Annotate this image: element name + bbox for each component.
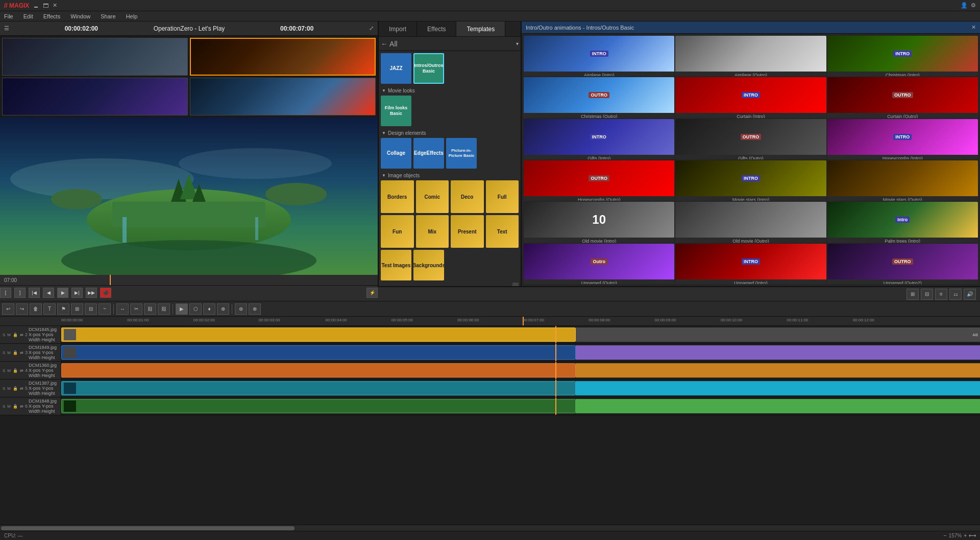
nav-dropdown[interactable]: ▾ xyxy=(516,41,519,46)
scrollbar-horizontal[interactable] xyxy=(0,525,980,531)
track-s-5[interactable]: S xyxy=(2,386,6,391)
split-button[interactable]: ⊟ xyxy=(85,303,97,315)
cat-full[interactable]: Full xyxy=(486,180,519,213)
track-eye-3[interactable]: ⇄ xyxy=(19,350,24,356)
track-lock-2[interactable]: 🔒 xyxy=(12,332,18,338)
record-button[interactable]: ⚫ xyxy=(100,288,111,298)
clip-4[interactable] xyxy=(61,363,576,378)
track-content-4[interactable] xyxy=(61,362,980,379)
templates-close-icon[interactable]: ✕ xyxy=(971,24,976,31)
template-gifts-intro[interactable]: INTRO Gifts (Intro) xyxy=(524,119,674,159)
redo-button[interactable]: ↪ xyxy=(16,303,28,315)
scroll-thumb[interactable] xyxy=(512,283,519,286)
template-unnamed-outro2[interactable]: OUTRO Unnamed (Outro2) xyxy=(827,244,978,284)
zoom-in-icon[interactable]: + xyxy=(964,533,967,538)
menu-window[interactable]: Window xyxy=(68,13,92,19)
template-movie-stars-intro[interactable]: INTRO Movie stars (Intro) xyxy=(675,160,826,201)
zoom-button[interactable]: ⊕ xyxy=(217,303,229,315)
cat-text[interactable]: Text xyxy=(486,215,519,248)
view-btn-1[interactable]: ⊞ xyxy=(906,289,919,300)
cat-present[interactable]: Present xyxy=(451,215,484,248)
mark-in-button[interactable]: [ xyxy=(0,288,11,298)
import-button[interactable]: ⊕ xyxy=(249,303,261,315)
track-m-6[interactable]: M xyxy=(7,404,11,409)
scrubber-bar[interactable]: 07:00 xyxy=(0,275,378,285)
template-curtain-intro[interactable]: INTRO Curtain (Intro) xyxy=(675,77,826,118)
settings-icon[interactable]: ⚙ xyxy=(971,2,976,9)
clip-2[interactable] xyxy=(61,327,576,342)
select-button[interactable]: ▶ xyxy=(176,303,188,315)
unchain-button[interactable]: ⛓ xyxy=(158,303,170,315)
mark-out-button[interactable]: ] xyxy=(14,288,26,298)
expand-icon[interactable]: ⤢ xyxy=(369,25,374,32)
track-m-5[interactable]: M xyxy=(7,386,11,391)
cat-edge-effects[interactable]: EdgeEffects xyxy=(413,138,444,169)
track-lock-3[interactable]: 🔒 xyxy=(12,350,18,356)
template-palm-intro[interactable]: Intro Palm trees (Intro) xyxy=(827,202,978,242)
cat-film-looks[interactable]: Film looks Basic xyxy=(381,96,411,126)
category-scroll[interactable]: JAZZ Intros/Outros Basic Movie looks Fil… xyxy=(379,51,521,286)
template-christmas-outro[interactable]: OUTRO Christmas (Outro) xyxy=(524,77,674,118)
ripple-button[interactable]: ⬡ xyxy=(189,303,202,315)
tab-import[interactable]: Import xyxy=(379,21,417,36)
tab-templates[interactable]: Templates xyxy=(456,21,505,36)
title-button[interactable]: T xyxy=(43,303,56,315)
marker-button[interactable]: ⚑ xyxy=(57,303,69,315)
track-eye-4[interactable]: ⇄ xyxy=(19,368,24,373)
thumb-2[interactable] xyxy=(190,38,376,76)
hamburger-icon[interactable]: ☰ xyxy=(4,25,9,32)
template-christmas-intro[interactable]: INTRO Christmas (Intro) xyxy=(827,36,978,76)
menu-edit[interactable]: Edit xyxy=(21,13,35,19)
clip-5[interactable] xyxy=(61,381,576,395)
thumb-4[interactable] xyxy=(190,78,376,115)
cat-deco[interactable]: Deco xyxy=(451,180,484,213)
effect-button[interactable]: ⊛ xyxy=(235,303,247,315)
cat-borders[interactable]: Borders xyxy=(381,180,414,213)
lightning-button[interactable]: ⚡ xyxy=(366,288,378,298)
track-content-5[interactable] xyxy=(61,380,980,397)
step-forward-button[interactable]: ▶| xyxy=(71,288,83,298)
delete-button[interactable]: 🗑 xyxy=(30,303,42,315)
track-lock-6[interactable]: 🔒 xyxy=(12,404,18,409)
menu-share[interactable]: Share xyxy=(99,13,117,19)
undo-button[interactable]: ↩ xyxy=(2,303,14,315)
cat-jazz[interactable]: JAZZ xyxy=(381,53,411,84)
clip-3[interactable] xyxy=(61,345,576,360)
view-btn-3[interactable]: ≡ xyxy=(935,289,947,300)
view-btn-2[interactable]: ⊟ xyxy=(921,289,933,300)
template-honeycombs-outro[interactable]: OUTRO Honeycombs (Outro) xyxy=(524,160,674,201)
template-unnamed-intro[interactable]: INTRO Unnamed (Intro) xyxy=(675,244,826,284)
track-s-3[interactable]: S xyxy=(2,350,6,356)
cat-collage[interactable]: Collage xyxy=(381,138,411,169)
step-back-button[interactable]: ◀ xyxy=(43,288,54,298)
track-m-2[interactable]: M xyxy=(7,332,11,338)
track-s-2[interactable]: S xyxy=(2,332,6,338)
track-content-2[interactable]: AB xyxy=(61,326,980,343)
goto-end-button[interactable]: ▶▶ xyxy=(86,288,97,298)
template-airplane-intro[interactable]: INTRO Airplane (Intro) xyxy=(524,36,674,76)
zoom-out-icon[interactable]: − xyxy=(944,533,947,538)
window-icon-maximize[interactable]: 🗖 xyxy=(43,3,48,9)
scissors-button[interactable]: ✂ xyxy=(130,303,142,315)
cat-test-images[interactable]: Test Images xyxy=(381,250,411,280)
cat-intros-outros[interactable]: Intros/Outros Basic xyxy=(413,53,444,84)
cat-mix[interactable]: Mix xyxy=(416,215,449,248)
tab-effects[interactable]: Effects xyxy=(417,21,456,36)
track-s-6[interactable]: S xyxy=(2,404,6,409)
link-button[interactable]: ↔ xyxy=(116,303,129,315)
track-eye-2[interactable]: ⇄ xyxy=(19,332,24,338)
scrollbar-thumb[interactable] xyxy=(1,526,295,530)
window-icon-minimize[interactable]: 🗕 xyxy=(33,3,39,9)
track-lock-5[interactable]: 🔒 xyxy=(12,386,18,391)
template-movie-stars-outro[interactable]: Movie stars (Outro) xyxy=(827,160,978,201)
goto-start-button[interactable]: |◀ xyxy=(29,288,40,298)
template-old-movie-intro[interactable]: 10 Old movie (Intro) xyxy=(524,202,674,242)
track-s-4[interactable]: S xyxy=(2,368,6,373)
chain-button[interactable]: ⛓ xyxy=(144,303,156,315)
trim-button[interactable]: ~ xyxy=(99,303,111,315)
thumb-1[interactable] xyxy=(2,38,188,76)
track-lock-4[interactable]: 🔒 xyxy=(12,368,18,373)
slip-button[interactable]: ♦ xyxy=(203,303,215,315)
track-content-3[interactable] xyxy=(61,344,980,361)
menu-effects[interactable]: Effects xyxy=(41,13,62,19)
